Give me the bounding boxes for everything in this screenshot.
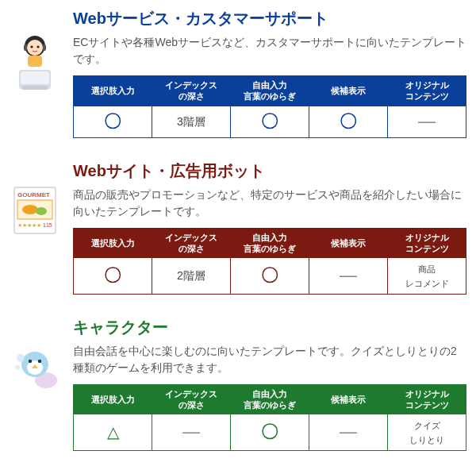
table-header: 選択肢入力 [74, 228, 152, 258]
cell-text: 2階層 [177, 269, 205, 282]
dash-icon: — [418, 111, 436, 131]
table-cell: — [388, 106, 466, 137]
table-cell: — [309, 258, 388, 294]
svg-rect-4 [24, 44, 27, 51]
dash-icon: — [340, 422, 357, 441]
svg-point-14 [36, 207, 47, 215]
feature-table: 選択肢入力インデックスの深さ自由入力言葉のゆらぎ候補表示オリジナルコンテンツ〇2… [73, 228, 466, 295]
table-cell: — [309, 414, 388, 450]
table-row: 〇2階層〇—商品レコメンド [74, 258, 466, 294]
feature-table: 選択肢入力インデックスの深さ自由入力言葉のゆらぎ候補表示オリジナルコンテンツ〇3… [73, 75, 466, 138]
table-header: 候補表示 [309, 384, 388, 414]
section-title: キャラクター [73, 317, 466, 338]
table-header: 選択肢入力 [74, 384, 152, 414]
table-header: インデックスの深さ [152, 76, 231, 106]
table-cell: 〇 [231, 414, 309, 450]
svg-rect-9 [22, 86, 48, 90]
table-header: 選択肢入力 [74, 76, 152, 106]
table-cell: — [152, 414, 231, 450]
table-cell: 商品レコメンド [388, 258, 466, 294]
table-cell: △ [74, 414, 152, 450]
table-cell: 2階層 [152, 258, 231, 294]
table-header: インデックスの深さ [152, 228, 231, 258]
dash-icon: — [340, 265, 357, 285]
table-cell: 3階層 [152, 106, 231, 137]
svg-point-2 [30, 45, 33, 48]
svg-text:★★★★★: ★★★★★ [17, 222, 41, 228]
table-header: 自由入力言葉のゆらぎ [231, 384, 309, 414]
section-title: Webサイト・広告用ボット [73, 160, 466, 182]
svg-point-3 [36, 45, 39, 48]
section-desc: 自由会話を中心に楽しむのに向いたテンプレートです。クイズとしりとりの2種類のゲー… [73, 343, 466, 376]
table-header: オリジナルコンテンツ [388, 76, 466, 106]
svg-rect-6 [28, 56, 42, 67]
cell-text: 3階層 [177, 115, 205, 128]
svg-point-23 [17, 354, 25, 362]
section-icon [10, 8, 63, 138]
triangle-icon: △ [107, 423, 119, 441]
section-character: キャラクター自由会話を中心に楽しむのに向いたテンプレートです。クイズとしりとりの… [10, 317, 466, 451]
svg-text:GOURMET: GOURMET [17, 191, 50, 198]
cell-text: クイズしりとり [409, 421, 444, 445]
svg-point-24 [15, 365, 20, 370]
table-row: 〇3階層〇〇— [74, 106, 466, 137]
table-cell: クイズしりとり [388, 414, 466, 450]
circle-icon: 〇 [340, 111, 357, 131]
svg-rect-8 [21, 71, 49, 84]
svg-point-20 [29, 359, 32, 362]
svg-rect-5 [43, 44, 46, 51]
table-cell: 〇 [74, 106, 152, 137]
circle-icon: 〇 [261, 422, 278, 441]
table-header: 自由入力言葉のゆらぎ [231, 76, 309, 106]
table-cell: 〇 [74, 258, 152, 294]
dash-icon: — [182, 422, 200, 441]
svg-text:115: 115 [43, 222, 52, 228]
table-cell: 〇 [231, 258, 309, 294]
table-header: 候補表示 [309, 228, 388, 258]
table-header: オリジナルコンテンツ [388, 228, 466, 258]
table-cell: 〇 [231, 106, 309, 137]
feature-table: 選択肢入力インデックスの深さ自由入力言葉のゆらぎ候補表示オリジナルコンテンツ△—… [73, 384, 466, 451]
circle-icon: 〇 [104, 265, 121, 285]
svg-point-21 [38, 359, 41, 362]
cell-text: 商品レコメンド [405, 264, 449, 288]
section-icon: GOURMET★★★★★115 [10, 160, 63, 295]
table-header: 候補表示 [309, 76, 388, 106]
circle-icon: 〇 [261, 111, 278, 131]
section-title: Webサービス・カスタマーサポート [73, 8, 466, 29]
table-row: △—〇—クイズしりとり [74, 414, 466, 450]
svg-point-13 [22, 205, 38, 214]
table-cell: 〇 [309, 106, 388, 137]
circle-icon: 〇 [104, 111, 121, 131]
section-desc: 商品の販売やプロモーションなど、特定のサービスや商品を紹介したい場合に向いたテン… [73, 187, 466, 220]
svg-point-1 [27, 40, 43, 56]
table-header: インデックスの深さ [152, 384, 231, 414]
table-header: オリジナルコンテンツ [388, 384, 466, 414]
circle-icon: 〇 [261, 265, 278, 285]
section-desc: ECサイトや各種Webサービスなど、カスタマーサポートに向いたテンプレートです。 [73, 34, 466, 67]
section-icon [10, 317, 63, 451]
section-ad-bot: GOURMET★★★★★115Webサイト・広告用ボット商品の販売やプロモーショ… [10, 160, 466, 295]
table-header: 自由入力言葉のゆらぎ [231, 228, 309, 258]
section-customer-support: Webサービス・カスタマーサポートECサイトや各種Webサービスなど、カスタマー… [10, 8, 466, 138]
